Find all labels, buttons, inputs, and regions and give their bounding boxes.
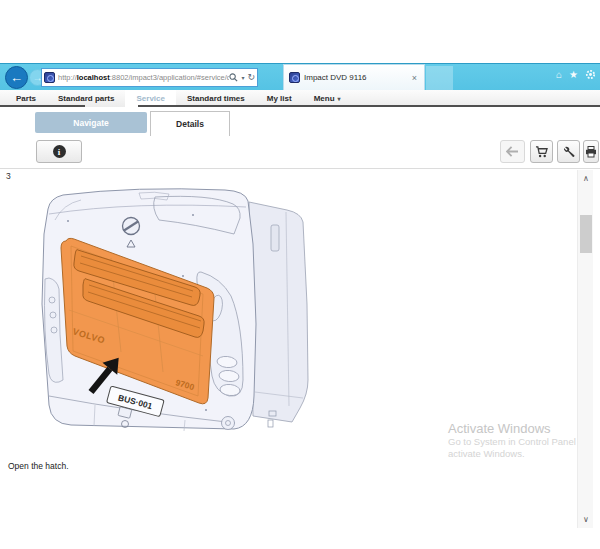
filler-cap [222, 417, 235, 430]
activate-windows-title: Activate Windows [448, 421, 586, 436]
print-button[interactable] [583, 140, 599, 163]
url-prefix: http:// [58, 73, 77, 82]
info-icon: i [53, 145, 66, 158]
activate-windows-line1: Go to System in Control Panel to [448, 436, 586, 448]
back-arrow-icon: ← [10, 71, 23, 84]
history-back-button[interactable] [500, 140, 525, 163]
scroll-down-icon[interactable]: ∨ [578, 512, 594, 527]
tab-details[interactable]: Details [150, 111, 230, 136]
toolbar-divider [0, 168, 600, 169]
favorites-star-icon[interactable]: ★ [569, 70, 578, 80]
vertical-scrollbar[interactable]: ∧ ∨ [577, 170, 593, 528]
chrome-action-icons: ⌂ ★ [556, 69, 596, 80]
menu-label: Menu [314, 94, 335, 103]
refresh-icon[interactable]: ↻ [247, 73, 255, 82]
menu-label: Standard times [187, 94, 245, 103]
instruction-text: Open the hatch. [8, 461, 69, 471]
settings-gear-icon[interactable] [585, 69, 596, 80]
site-favicon [44, 72, 55, 83]
search-dropdown-caret-icon[interactable]: ▾ [241, 75, 244, 81]
info-button[interactable]: i [36, 140, 82, 163]
scroll-up-icon[interactable]: ∧ [578, 171, 594, 186]
browser-tab[interactable]: Impact DVD 9116 × [283, 64, 425, 90]
url-text[interactable]: http://localhost:8802/impact3/applicatio… [58, 73, 229, 82]
home-icon[interactable]: ⌂ [556, 70, 562, 80]
tab-title: Impact DVD 9116 [304, 73, 410, 82]
activate-windows-watermark: Activate Windows Go to System in Control… [448, 421, 586, 460]
new-tab-stub[interactable] [426, 66, 453, 90]
search-icon[interactable] [229, 73, 238, 82]
tools-button[interactable] [557, 140, 580, 163]
scrollbar-thumb[interactable] [580, 215, 592, 253]
chevron-down-icon: ▾ [338, 95, 341, 102]
menu-label: My list [267, 94, 292, 103]
menu-label: Parts [16, 94, 36, 103]
url-path: :8802/impact3/application/#service/detai… [110, 73, 230, 82]
address-bar[interactable]: http://localhost:8802/impact3/applicatio… [41, 68, 258, 87]
tab-details-label: Details [176, 119, 204, 129]
side-handle [271, 225, 279, 251]
screen: ← → http://localhost:8802/impact3/applic… [0, 0, 600, 549]
menu-underline [138, 105, 600, 107]
tab-favicon [289, 72, 300, 83]
menu-underline [0, 105, 85, 107]
left-arrow-icon [506, 146, 519, 157]
tab-close-icon[interactable]: × [410, 73, 419, 83]
browser-back-button[interactable]: ← [5, 66, 28, 89]
activate-windows-line2: activate Windows. [448, 448, 586, 460]
tab-navigate[interactable]: Navigate [35, 112, 147, 133]
menu-label: Standard parts [58, 94, 114, 103]
printer-icon [585, 146, 597, 158]
url-host: localhost [77, 73, 110, 82]
step-number: 3 [6, 171, 11, 181]
shopping-cart-button[interactable] [530, 140, 553, 163]
wrench-icon [563, 146, 575, 158]
tab-navigate-label: Navigate [73, 118, 108, 128]
cart-icon [535, 146, 548, 158]
bus-rear-illustration: VOLVO 9700 BUS·001 [35, 184, 310, 450]
menu-label: Service [136, 94, 164, 103]
address-bar-icons: ▾ ↻ [229, 73, 255, 82]
